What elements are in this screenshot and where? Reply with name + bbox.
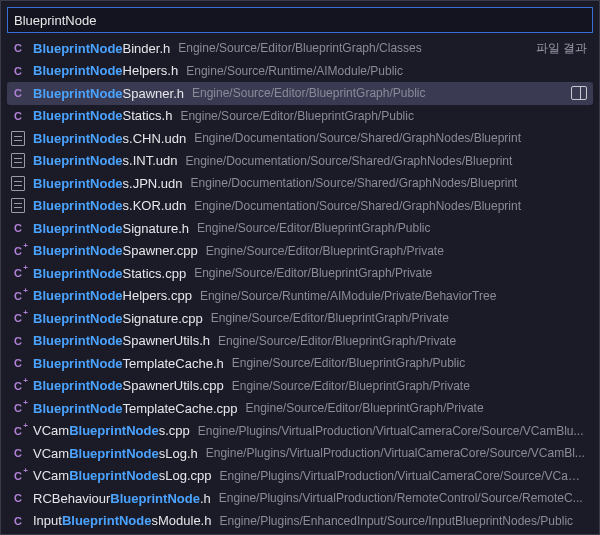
file-name-suffix: Signature.h <box>123 221 190 236</box>
result-row[interactable]: CBlueprintNodeTemplateCache.cppEngine/So… <box>7 397 593 420</box>
file-path: Engine/Source/Editor/BlueprintGraph/Publ… <box>192 86 587 100</box>
result-row[interactable]: CBlueprintNodeBinder.hEngine/Source/Edit… <box>7 37 593 60</box>
document-icon <box>11 153 25 168</box>
file-name-prefix: VCam <box>33 468 69 483</box>
file-name-suffix: TemplateCache.h <box>123 356 224 371</box>
match-highlight: BlueprintNode <box>33 311 123 326</box>
result-row[interactable]: CRCBehaviourBlueprintNode.hEngine/Plugin… <box>7 487 593 510</box>
file-path: Engine/Source/Runtime/AIModule/Public <box>186 64 587 78</box>
header-file-icon: C <box>9 512 27 530</box>
header-file-icon: C <box>9 84 27 102</box>
match-highlight: BlueprintNode <box>69 446 159 461</box>
file-path: Engine/Documentation/Source/Shared/Graph… <box>185 154 587 168</box>
match-highlight: BlueprintNode <box>33 221 123 236</box>
result-row[interactable]: BlueprintNodes.JPN.udnEngine/Documentati… <box>7 172 593 195</box>
file-name: VCamBlueprintNodes.cpp <box>33 423 190 438</box>
file-name-prefix: Input <box>33 513 62 528</box>
file-name-suffix: Helpers.h <box>123 63 179 78</box>
result-row[interactable]: CBlueprintNodeStatics.hEngine/Source/Edi… <box>7 105 593 128</box>
file-path: Engine/Source/Editor/BlueprintGraph/Priv… <box>211 311 587 325</box>
result-row[interactable]: CVCamBlueprintNodesLog.cppEngine/Plugins… <box>7 465 593 488</box>
match-highlight: BlueprintNode <box>33 401 123 416</box>
file-name: BlueprintNodeTemplateCache.cpp <box>33 401 237 416</box>
file-name-suffix: Helpers.cpp <box>123 288 192 303</box>
header-file-icon: C <box>9 354 27 372</box>
file-name-prefix: VCam <box>33 423 69 438</box>
file-path: Engine/Documentation/Source/Shared/Graph… <box>194 199 587 213</box>
result-row[interactable]: CBlueprintNodeSpawner.cppEngine/Source/E… <box>7 240 593 263</box>
match-highlight: BlueprintNode <box>110 491 200 506</box>
cpp-file-icon: C <box>9 287 27 305</box>
file-name-suffix: s.KOR.udn <box>123 198 187 213</box>
match-highlight: BlueprintNode <box>33 131 123 146</box>
file-name: BlueprintNodes.KOR.udn <box>33 198 186 213</box>
header-file-icon: C <box>9 489 27 507</box>
file-name-suffix: s.cpp <box>159 423 190 438</box>
file-name: BlueprintNodes.JPN.udn <box>33 176 183 191</box>
cpp-file-icon: C <box>9 242 27 260</box>
result-row[interactable]: CBlueprintNodeSpawnerUtils.hEngine/Sourc… <box>7 330 593 353</box>
result-row[interactable]: CVCamBlueprintNodes.cppEngine/Plugins/Vi… <box>7 420 593 443</box>
result-row[interactable]: CBlueprintNodeSpawnerUtils.cppEngine/Sou… <box>7 375 593 398</box>
result-row[interactable]: CBlueprintNodeSpawner.hEngine/Source/Edi… <box>7 82 593 105</box>
match-highlight: BlueprintNode <box>33 108 123 123</box>
file-path: Engine/Source/Editor/BlueprintGraph/Publ… <box>197 221 587 235</box>
header-file-icon: C <box>9 62 27 80</box>
result-row[interactable]: CBlueprintNodeSignature.hEngine/Source/E… <box>7 217 593 240</box>
result-row[interactable]: CBlueprintNodeTemplateCache.hEngine/Sour… <box>7 352 593 375</box>
result-row[interactable]: CInputBlueprintNodesModule.hEngine/Plugi… <box>7 510 593 533</box>
file-name: BlueprintNodes.INT.udn <box>33 153 177 168</box>
file-path: Engine/Plugins/VirtualProduction/Virtual… <box>198 424 587 438</box>
match-highlight: BlueprintNode <box>33 288 123 303</box>
document-icon <box>11 198 25 213</box>
result-row[interactable]: BlueprintNodes.KOR.udnEngine/Documentati… <box>7 195 593 218</box>
result-row[interactable]: CVCamBlueprintNodesLog.hEngine/Plugins/V… <box>7 442 593 465</box>
file-name: BlueprintNodeSpawnerUtils.cpp <box>33 378 224 393</box>
file-name: BlueprintNodeSpawner.cpp <box>33 243 198 258</box>
match-highlight: BlueprintNode <box>33 266 123 281</box>
file-name: BlueprintNodeSignature.cpp <box>33 311 203 326</box>
file-path: Engine/Source/Editor/BlueprintGraph/Priv… <box>232 379 587 393</box>
file-name-suffix: Statics.cpp <box>123 266 187 281</box>
match-highlight: BlueprintNode <box>33 153 123 168</box>
header-file-icon: C <box>9 107 27 125</box>
match-highlight: BlueprintNode <box>33 63 123 78</box>
file-name: RCBehaviourBlueprintNode.h <box>33 491 211 506</box>
cpp-file-icon: C <box>9 264 27 282</box>
result-row[interactable]: CBlueprintNodeHelpers.hEngine/Source/Run… <box>7 60 593 83</box>
file-path: Engine/Documentation/Source/Shared/Graph… <box>191 176 587 190</box>
cpp-file-icon: C <box>9 422 27 440</box>
file-name-suffix: sLog.h <box>159 446 198 461</box>
cpp-file-icon: C <box>9 309 27 327</box>
file-name-suffix: TemplateCache.cpp <box>123 401 238 416</box>
result-row[interactable]: CBlueprintNodeSignature.cppEngine/Source… <box>7 307 593 330</box>
quick-open-panel: CBlueprintNodeBinder.hEngine/Source/Edit… <box>0 0 600 535</box>
cpp-file-icon: C <box>9 399 27 417</box>
file-path: Engine/Source/Runtime/AIModule/Private/B… <box>200 289 587 303</box>
match-highlight: BlueprintNode <box>69 423 159 438</box>
file-name: BlueprintNodeHelpers.cpp <box>33 288 192 303</box>
result-row[interactable]: CBlueprintNodeHelpers.cppEngine/Source/R… <box>7 285 593 308</box>
results-badge: 파일 결과 <box>536 40 587 57</box>
result-row[interactable]: BlueprintNodes.INT.udnEngine/Documentati… <box>7 150 593 173</box>
match-highlight: BlueprintNode <box>33 243 123 258</box>
match-highlight: BlueprintNode <box>33 41 123 56</box>
file-name-prefix: RCBehaviour <box>33 491 110 506</box>
open-split-icon[interactable] <box>571 86 587 100</box>
file-path: Engine/Source/Editor/BlueprintGraph/Publ… <box>232 356 587 370</box>
header-file-icon: C <box>9 219 27 237</box>
file-name: InputBlueprintNodesModule.h <box>33 513 211 528</box>
file-name-suffix: s.CHN.udn <box>123 131 187 146</box>
file-path: Engine/Plugins/VirtualProduction/RemoteC… <box>219 491 587 505</box>
search-input[interactable] <box>14 13 586 28</box>
match-highlight: BlueprintNode <box>33 378 123 393</box>
search-box[interactable] <box>7 7 593 33</box>
result-row[interactable]: BlueprintNodes.CHN.udnEngine/Documentati… <box>7 127 593 150</box>
cpp-file-icon: C <box>9 467 27 485</box>
file-name: VCamBlueprintNodesLog.h <box>33 446 198 461</box>
result-row[interactable]: CBlueprintNodeStatics.cppEngine/Source/E… <box>7 262 593 285</box>
document-icon <box>11 176 25 191</box>
file-name: BlueprintNodeStatics.cpp <box>33 266 186 281</box>
file-name: VCamBlueprintNodesLog.cpp <box>33 468 211 483</box>
file-path: Engine/Source/Editor/BlueprintGraph/Clas… <box>178 41 587 55</box>
